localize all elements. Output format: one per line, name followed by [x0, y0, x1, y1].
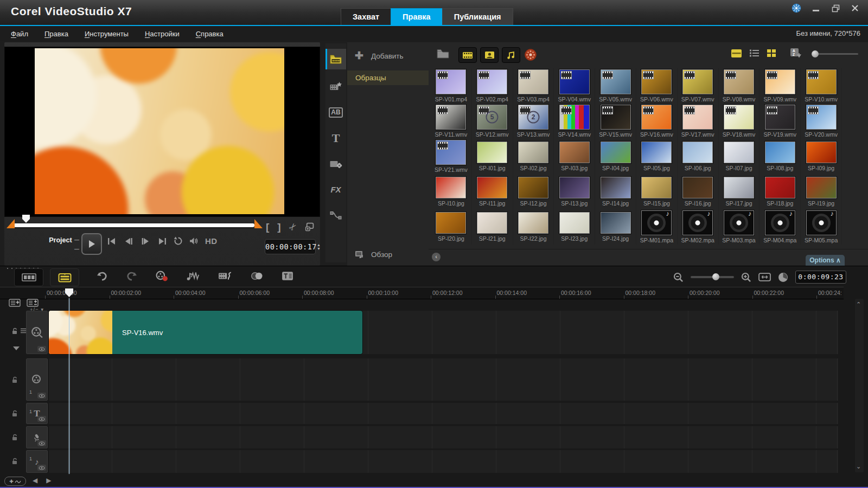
project-mode-label[interactable]: Project	[49, 236, 72, 244]
library-item[interactable]: SP-V07.wmv	[678, 68, 719, 104]
library-item[interactable]: SP-I20.jpg	[431, 209, 472, 245]
video-track-header[interactable]	[26, 311, 48, 354]
library-item[interactable]: SP-V15.wmv	[595, 104, 636, 139]
library-item[interactable]: SP-V09.wmv	[760, 68, 801, 104]
voice-track-lock[interactable]	[11, 433, 18, 441]
library-item[interactable]: SP-I12.jpg	[513, 174, 554, 209]
overlay-track-header[interactable]: 1	[26, 358, 48, 401]
library-item[interactable]: SP-I17.jpg	[719, 174, 760, 209]
timecode-spinner[interactable]: ▲▼	[317, 243, 321, 251]
library-item[interactable]: SP-I04.jpg	[595, 139, 636, 174]
library-item[interactable]: SP-I23.jpg	[554, 209, 595, 245]
motion-path-button[interactable]	[326, 205, 346, 226]
media-library-button[interactable]	[326, 49, 346, 69]
filter-button[interactable]: FX	[326, 179, 346, 200]
collapse-tracks-arrow[interactable]	[13, 346, 20, 350]
timeline-clip-spv16[interactable]: SP-V16.wmv	[49, 311, 362, 354]
library-item[interactable]: ♪SP-M01.mpa	[636, 209, 678, 245]
thumbnail-view-icon[interactable]	[767, 49, 776, 57]
library-item[interactable]: SP-V08.wmv	[719, 68, 760, 104]
music-track-lock[interactable]	[11, 457, 18, 465]
library-item[interactable]: SP-I10.jpg	[431, 174, 472, 209]
library-item[interactable]: SP-V19.wmv	[760, 104, 801, 139]
library-item[interactable]: SP-V17.wmv	[678, 104, 719, 139]
library-item[interactable]: SP-I05.jpg	[636, 139, 678, 174]
track-scroll-left-arrow[interactable]: ◀	[33, 477, 37, 484]
timeline-timecode[interactable]: 0:00:09:23	[795, 271, 846, 284]
voice-track-header[interactable]	[26, 426, 48, 448]
library-item[interactable]: SP-V05.wmv	[595, 68, 636, 104]
ripple-edit-button[interactable]	[250, 272, 264, 280]
library-item[interactable]: SP-I15.jpg	[636, 174, 678, 209]
library-item[interactable]: SP-V03.mp4	[513, 68, 554, 104]
voice-track-eye-icon[interactable]	[37, 440, 46, 446]
track-scroll-right-arrow[interactable]: ▶	[46, 477, 51, 484]
restore-button[interactable]	[830, 4, 841, 12]
library-item[interactable]: ♪SP-M05.mpa	[801, 209, 842, 245]
workspace-tab[interactable]: Правка	[391, 8, 442, 25]
trim-out-handle[interactable]	[254, 219, 263, 228]
globe-icon[interactable]	[791, 4, 802, 12]
library-item[interactable]: SP-I14.jpg	[595, 174, 636, 209]
library-item[interactable]: ♪SP-M02.mpa	[678, 209, 719, 245]
library-item[interactable]: SP-I16.jpg	[678, 174, 719, 209]
library-item[interactable]: SP-I21.jpg	[472, 209, 513, 245]
library-item[interactable]: SP-I02.jpg	[513, 139, 554, 174]
workspace-tab[interactable]: Публикация	[442, 8, 513, 25]
library-item[interactable]: SP-I13.jpg	[554, 174, 595, 209]
record-capture-button[interactable]	[155, 271, 168, 281]
next-frame-button[interactable]	[140, 237, 151, 245]
close-button[interactable]	[850, 4, 860, 12]
overlay-track-lane[interactable]	[49, 358, 838, 401]
add-folder-button[interactable]: ✚ Добавить	[355, 51, 404, 61]
repeat-button[interactable]	[174, 236, 183, 246]
enlarge-preview-icon[interactable]	[305, 222, 314, 232]
instant-project-button[interactable]	[326, 76, 346, 97]
library-item[interactable]: ♪SP-M03.mpa	[719, 209, 760, 245]
library-item[interactable]: SP-I01.jpg	[472, 139, 513, 174]
filter-audio-toggle[interactable]	[502, 47, 520, 63]
list-view-icon[interactable]	[749, 49, 760, 57]
import-folder-icon[interactable]	[436, 48, 450, 59]
menu-item[interactable]: Настройки	[145, 30, 180, 38]
library-item[interactable]: SP-V10.wmv	[801, 68, 842, 104]
overlay-track-lock[interactable]	[11, 376, 18, 383]
timeline-vertical-scrollbar[interactable]: ⌃ ⌄	[855, 299, 864, 472]
preview-timecode[interactable]: 00:00:00:17 ▲▼	[265, 239, 316, 254]
filter-videos-toggle[interactable]	[458, 47, 477, 63]
library-item[interactable]: ♪SP-M04.mpa	[760, 209, 801, 245]
library-item[interactable]: SP-V14.wmv	[554, 104, 595, 139]
library-item[interactable]: SP-V04.wmv	[554, 68, 595, 104]
scroll-left-button[interactable]: ‹	[432, 253, 441, 261]
trim-in-handle[interactable]	[7, 219, 15, 228]
transition-button[interactable]: AB	[326, 102, 346, 123]
library-item[interactable]: SP-V11.wmv	[431, 104, 472, 139]
music-track-lane[interactable]	[49, 450, 838, 473]
library-item[interactable]: 2SP-V13.wmv	[513, 104, 554, 139]
overlay-track-eye-icon[interactable]	[37, 393, 46, 399]
library-item[interactable]: SP-V16.wmv	[636, 104, 678, 139]
library-item[interactable]: SP-V20.wmv	[801, 104, 842, 139]
library-item[interactable]: SP-V18.wmv	[719, 104, 760, 139]
library-item[interactable]: SP-I07.jpg	[719, 139, 760, 174]
library-item[interactable]: SP-I03.jpg	[554, 139, 595, 174]
library-item[interactable]: SP-I09.jpg	[801, 139, 842, 174]
zoom-out-icon[interactable]	[673, 272, 684, 282]
auto-music-button[interactable]	[218, 271, 232, 281]
menu-item[interactable]: Правка	[44, 30, 68, 38]
library-item[interactable]: SP-I08.jpg	[760, 139, 801, 174]
menu-item[interactable]: Справка	[196, 30, 224, 38]
video-track-lock[interactable]	[11, 327, 27, 335]
subtitle-editor-button[interactable]	[282, 271, 293, 281]
play-button[interactable]	[81, 233, 102, 255]
zoom-in-icon[interactable]	[741, 272, 751, 282]
library-item[interactable]: SP-I19.jpg	[801, 174, 842, 209]
split-clip-icon[interactable]: ✂	[286, 220, 299, 233]
hide-library-panel-icon[interactable]	[731, 49, 742, 58]
prev-frame-button[interactable]	[123, 237, 134, 245]
timeline-zoom-slider[interactable]	[691, 276, 734, 278]
library-item[interactable]: SP-V21.wmv	[431, 139, 472, 174]
timeline-ruler[interactable]: 00:00:00:0000:00:02:0000:00:04:0000:00:0…	[0, 287, 844, 299]
scroll-down-arrow[interactable]: ⌄	[856, 463, 861, 470]
music-track-eye-icon[interactable]	[37, 465, 46, 471]
